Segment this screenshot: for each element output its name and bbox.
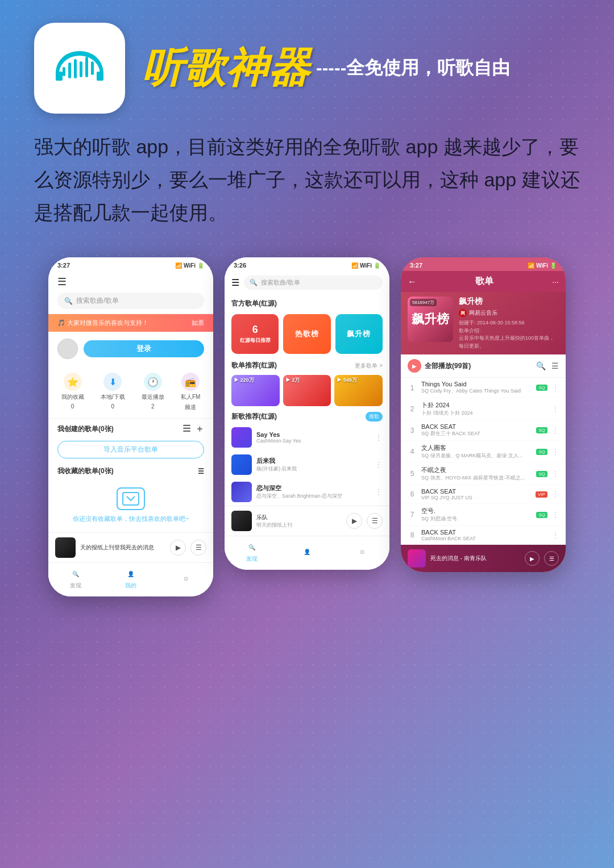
song-row-7[interactable]: 7 空号. SQ 刘思涵·空号. SQ ⋮ bbox=[401, 504, 566, 526]
more-link[interactable]: 更多歌单 > bbox=[355, 362, 383, 370]
rec-thumbnails: ▶ 220万 ▶ 2万 ▶ 549万 bbox=[225, 373, 389, 408]
song-row-8[interactable]: 8 BACK SEAT CashMoon BACK SEAT ⋮ bbox=[401, 526, 566, 545]
more-8[interactable]: ⋮ bbox=[552, 531, 559, 539]
more-6[interactable]: ⋮ bbox=[552, 490, 559, 498]
promo-action[interactable]: 如票 bbox=[192, 319, 204, 327]
status-icons-right: 📶WiFi🔋 bbox=[528, 262, 557, 269]
promo-text: 🎵 大家对微音乐的喜欢与支持！ bbox=[57, 319, 148, 327]
phone-left: 3:27 📶WiFi🔋 ☰ 🔍 搜索歌曲/歌单 🎵 大家对微音乐的喜欢与支持！ bbox=[48, 257, 213, 596]
search-bar-left[interactable]: 🔍 搜索歌曲/歌单 bbox=[57, 293, 204, 309]
search-songs-icon[interactable]: 🔍 bbox=[536, 361, 546, 370]
more-5[interactable]: ⋮ bbox=[552, 470, 559, 478]
status-bar-right: 3:27 📶WiFi🔋 bbox=[401, 257, 566, 271]
more-7[interactable]: ⋮ bbox=[552, 511, 559, 519]
song-item-1[interactable]: Say Yes CashMoon·Say Yes ⋮ bbox=[225, 424, 389, 451]
playlist-button-center[interactable]: ☰ bbox=[367, 513, 383, 529]
hamburger-center[interactable]: ☰ bbox=[231, 277, 239, 288]
status-bar-center: 3:26 📶WiFi🔋 bbox=[225, 257, 389, 271]
more-2[interactable]: ⋮ bbox=[552, 405, 559, 413]
created-date: 创建于: 2014-06-30 15:58:56 bbox=[459, 319, 559, 327]
songs-section-header: ▶ 全部播放(99首) 🔍 ☰ bbox=[401, 354, 566, 378]
now-playing-art-center bbox=[231, 511, 252, 531]
svg-rect-2 bbox=[74, 59, 77, 78]
card-hot[interactable]: 热歌榜 bbox=[283, 314, 330, 354]
favorites-icon: ⭐ bbox=[64, 373, 82, 391]
row-artist-2: 卜卦 绵绵犬·卜卦 2024 bbox=[421, 410, 547, 417]
song-row-1[interactable]: 1 Things You Said SQ Cody Fry、Abby Cates… bbox=[401, 378, 566, 398]
add-icon[interactable]: ＋ bbox=[195, 423, 204, 435]
playlist-cards: 6 红源每日推荐 热歌榜 飙升榜 bbox=[225, 311, 389, 357]
song-row-6[interactable]: 6 BACK SEAT VIP SQ JYQ JUST US VIP ⋮ bbox=[401, 485, 566, 504]
rec-thumb-2[interactable]: ▶ 2万 bbox=[283, 375, 331, 406]
now-playing-title-center: 乐队 bbox=[256, 514, 342, 521]
count-3: ▶ 549万 bbox=[337, 377, 357, 384]
screen1: 3:27 📶WiFi🔋 ☰ 🔍 搜索歌曲/歌单 🎵 大家对微音乐的喜欢与支持！ bbox=[48, 257, 213, 596]
svg-rect-0 bbox=[63, 67, 65, 76]
more-1[interactable]: ⋮ bbox=[552, 384, 559, 392]
song-item-2[interactable]: 后来我 殇(许佳豪)·后来我 ⋮ bbox=[225, 451, 389, 478]
song-item-3[interactable]: 恋与深空 恋与深空、Sarah Brightman·恋与深空 ⋮ bbox=[225, 478, 389, 506]
num-3: 3 bbox=[408, 427, 417, 435]
nav-item-download[interactable]: ⬇ 本地/下载 0 bbox=[101, 373, 125, 411]
now-playing-right: 死去的消息 - 南青乐队 ▶ ☰ bbox=[401, 545, 566, 572]
np-info-right: 死去的消息 - 南青乐队 bbox=[430, 554, 520, 562]
num-8: 8 bbox=[408, 531, 417, 539]
song-row-4[interactable]: 4 文人圈客 SQ 绿月老板、Q MARK额马克、老绿·文人... SQ ⋮ bbox=[401, 441, 566, 463]
more-menu-icon[interactable]: ··· bbox=[552, 277, 559, 286]
song-more-3[interactable]: ⋮ bbox=[375, 487, 383, 496]
list-icon[interactable]: ☰ bbox=[182, 423, 190, 435]
tab-mine-center[interactable]: 👤 bbox=[293, 546, 321, 558]
hamburger-icon[interactable]: ☰ bbox=[57, 276, 204, 288]
play-button-left[interactable]: ▶ bbox=[170, 540, 186, 556]
login-button[interactable]: 登录 bbox=[84, 340, 204, 357]
tab-mine[interactable]: 👤 我的 bbox=[117, 567, 145, 590]
row-name-7: 空号. bbox=[421, 507, 532, 515]
more-3[interactable]: ⋮ bbox=[552, 427, 559, 435]
tab-discover-center[interactable]: 🔍 发现 bbox=[238, 541, 266, 563]
row-info-4: 文人圈客 SQ 绿月老板、Q MARK额马克、老绿·文人... bbox=[421, 444, 532, 460]
song-row-3[interactable]: 3 BACK SEAT SQ 群生三十 BACK SEAT SQ ⋮ bbox=[401, 420, 566, 441]
rec-header: 歌单推荐(红源) 更多歌单 > bbox=[225, 357, 389, 373]
song-row-5[interactable]: 5 不眠之夜 SQ 张杰、HOYO-MIX·崩坏星穹铁道-不眠之... SQ ⋮ bbox=[401, 463, 566, 485]
row-info-5: 不眠之夜 SQ 张杰、HOYO-MIX·崩坏星穹铁道-不眠之... bbox=[421, 466, 532, 482]
now-playing-song-center: 明天的报纸上刊 bbox=[256, 521, 342, 529]
status-bar-left: 3:27 📶WiFi🔋 bbox=[48, 257, 213, 271]
play-all-button[interactable]: ▶ 全部播放(99首) bbox=[408, 359, 471, 373]
now-playing-center: 乐队 明天的报纸上刊 ▶ ☰ bbox=[225, 506, 389, 536]
song-more-2[interactable]: ⋮ bbox=[375, 460, 383, 469]
playlist-actions: ☰ ＋ bbox=[182, 423, 204, 435]
row-artist-8: CashMoon BACK SEAT bbox=[421, 536, 547, 541]
song-artist-3: 恋与深空、Sarah Brightman·恋与深空 bbox=[256, 493, 370, 500]
app-subtitle: -----全免使用，听歌自由 bbox=[316, 56, 510, 81]
row-name-6: BACK SEAT bbox=[421, 488, 531, 495]
row-name-1: Things You Said bbox=[421, 381, 532, 387]
song-thumb-1 bbox=[231, 427, 252, 448]
empty-text: 你还没有收藏歌单，快去找喜欢的歌单吧~ bbox=[73, 515, 189, 523]
play-btn-right[interactable]: ▶ bbox=[525, 551, 540, 566]
nav-item-favorites[interactable]: ⭐ 我的收藏 0 bbox=[61, 373, 84, 411]
tab-other[interactable]: ⊙ bbox=[172, 573, 200, 585]
tab-discover[interactable]: 🔍 发现 bbox=[61, 567, 90, 590]
card-rising[interactable]: 飙升榜 bbox=[335, 314, 383, 354]
card-daily[interactable]: 6 红源每日推荐 bbox=[231, 314, 279, 354]
play-button-center[interactable]: ▶ bbox=[346, 513, 362, 529]
nav-item-fm[interactable]: 📻 私人FM 频道 bbox=[181, 373, 200, 411]
my-playlist-header: 我创建的歌单(0张) ☰ ＋ bbox=[48, 419, 213, 437]
bottom-tabs-center: 🔍 发现 👤 ⊙ bbox=[225, 536, 389, 570]
search-bar-center[interactable]: 🔍 搜索歌曲/歌单 bbox=[244, 276, 383, 290]
more-4[interactable]: ⋮ bbox=[552, 448, 559, 456]
row-artist-3: SQ 群生三十 BACK SEAT bbox=[421, 430, 532, 437]
tab-other-center[interactable]: ⊙ bbox=[348, 546, 376, 558]
playlist-button-left[interactable]: ☰ bbox=[190, 540, 206, 556]
sort-icon[interactable]: ☰ bbox=[551, 361, 559, 370]
rec-thumb-1[interactable]: ▶ 220万 bbox=[231, 375, 280, 406]
rec-thumb-3[interactable]: ▶ 549万 bbox=[334, 375, 383, 406]
song-row-2[interactable]: 2 卜卦 2024 卜卦 绵绵犬·卜卦 2024 ⋮ bbox=[401, 398, 566, 420]
playlist-btn-right[interactable]: ☰ bbox=[544, 551, 559, 566]
badge-sq-1: SQ bbox=[536, 385, 547, 391]
back-icon[interactable]: ← bbox=[408, 277, 417, 287]
nav-item-recent[interactable]: 🕐 最近播放 2 bbox=[142, 373, 164, 411]
song-more-1[interactable]: ⋮ bbox=[375, 433, 383, 442]
import-button[interactable]: 导入音乐平台歌单 bbox=[57, 441, 204, 458]
rec-title: 歌单推荐(红源) bbox=[231, 361, 277, 370]
